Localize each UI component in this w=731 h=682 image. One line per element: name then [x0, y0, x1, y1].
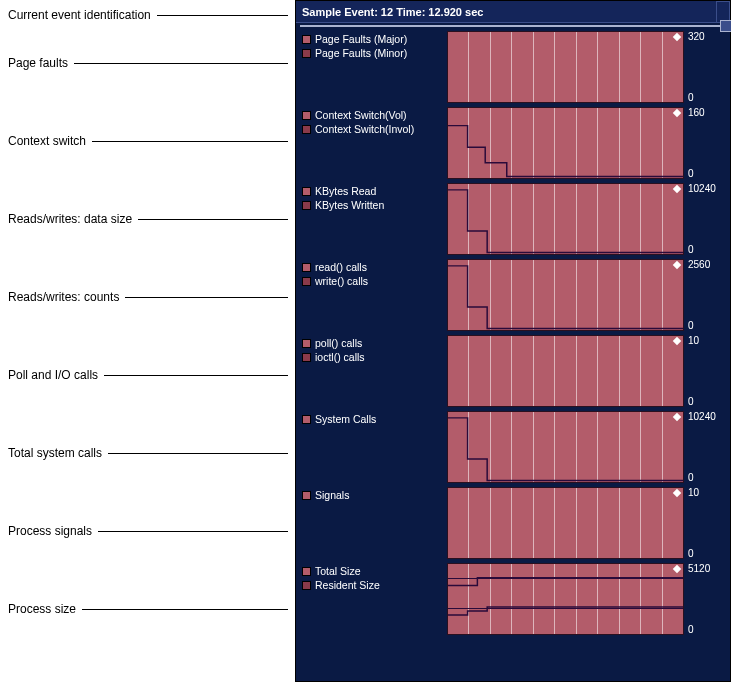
annotation-label: Page faults [8, 56, 288, 70]
y-scale: 25600 [684, 259, 724, 331]
chart-row: System Calls102400 [302, 411, 724, 483]
legend-item[interactable]: Total Size [302, 565, 447, 577]
y-scale: 3200 [684, 31, 724, 103]
legend-text: Context Switch(Invol) [315, 123, 414, 135]
legend-swatch-icon [302, 201, 311, 210]
legend: Total SizeResident Size [302, 563, 447, 635]
legend-item[interactable]: Context Switch(Vol) [302, 109, 447, 121]
legend-swatch-icon [302, 567, 311, 576]
y-min: 0 [688, 624, 724, 635]
legend-text: KBytes Read [315, 185, 376, 197]
legend-swatch-icon [302, 263, 311, 272]
legend-text: Page Faults (Major) [315, 33, 407, 45]
legend-item[interactable]: write() calls [302, 275, 447, 287]
chart-plot[interactable] [447, 487, 684, 559]
legend-text: read() calls [315, 261, 367, 273]
legend-swatch-icon [302, 491, 311, 500]
legend-text: ioctl() calls [315, 351, 365, 363]
chart-plot[interactable] [447, 183, 684, 255]
annotation-label: Process size [8, 602, 288, 616]
chart-row: Page Faults (Major)Page Faults (Minor)32… [302, 31, 724, 103]
chart-row: read() callswrite() calls25600 [302, 259, 724, 331]
legend-text: Resident Size [315, 579, 380, 591]
legend: KBytes ReadKBytes Written [302, 183, 447, 255]
annotation-label: Process signals [8, 524, 288, 538]
legend-item[interactable]: read() calls [302, 261, 447, 273]
legend-text: System Calls [315, 413, 376, 425]
y-min: 0 [688, 92, 724, 103]
chart-plot[interactable] [447, 259, 684, 331]
legend-swatch-icon [302, 277, 311, 286]
y-max: 2560 [688, 259, 724, 270]
y-max: 5120 [688, 563, 724, 574]
chart-plot[interactable] [447, 411, 684, 483]
legend-swatch-icon [302, 581, 311, 590]
legend-swatch-icon [302, 111, 311, 120]
legend-swatch-icon [302, 49, 311, 58]
chart-plot[interactable] [447, 563, 684, 635]
y-max: 160 [688, 107, 724, 118]
y-scale: 102400 [684, 183, 724, 255]
legend-text: Page Faults (Minor) [315, 47, 407, 59]
chart-row: Signals100 [302, 487, 724, 559]
legend-item[interactable]: ioctl() calls [302, 351, 447, 363]
legend-swatch-icon [302, 35, 311, 44]
chart-plot[interactable] [447, 107, 684, 179]
current-event-label: Sample Event: 12 Time: 12.920 sec [302, 6, 483, 18]
y-scale: 51200 [684, 563, 724, 635]
chart-row: Total SizeResident Size51200 [302, 563, 724, 635]
legend-item[interactable]: poll() calls [302, 337, 447, 349]
y-max: 320 [688, 31, 724, 42]
legend: poll() callsioctl() calls [302, 335, 447, 407]
annotation-label: Reads/writes: counts [8, 290, 288, 304]
legend-text: KBytes Written [315, 199, 384, 211]
chart-row: Context Switch(Vol)Context Switch(Invol)… [302, 107, 724, 179]
legend: Page Faults (Major)Page Faults (Minor) [302, 31, 447, 103]
y-scale: 1600 [684, 107, 724, 179]
charts-area: Page Faults (Major)Page Faults (Minor)32… [296, 27, 730, 681]
y-min: 0 [688, 244, 724, 255]
legend-swatch-icon [302, 339, 311, 348]
annotation-label: Context switch [8, 134, 288, 148]
legend-swatch-icon [302, 125, 311, 134]
annotation-label: Current event identification [8, 8, 288, 22]
y-min: 0 [688, 396, 724, 407]
y-min: 0 [688, 320, 724, 331]
chart-row: poll() callsioctl() calls100 [302, 335, 724, 407]
legend: System Calls [302, 411, 447, 483]
annotation-column: Current event identificationPage faultsC… [0, 0, 295, 682]
legend-swatch-icon [302, 415, 311, 424]
usage-viewer-panel: Sample Event: 12 Time: 12.920 sec Page F… [295, 0, 731, 682]
chart-plot[interactable] [447, 31, 684, 103]
y-min: 0 [688, 548, 724, 559]
legend-text: Context Switch(Vol) [315, 109, 407, 121]
chart-row: KBytes ReadKBytes Written102400 [302, 183, 724, 255]
legend-item[interactable]: Page Faults (Minor) [302, 47, 447, 59]
legend-text: Total Size [315, 565, 361, 577]
timeline-handle-icon[interactable] [720, 20, 731, 32]
legend-item[interactable]: System Calls [302, 413, 447, 425]
annotation-label: Reads/writes: data size [8, 212, 288, 226]
legend: read() callswrite() calls [302, 259, 447, 331]
y-min: 0 [688, 168, 724, 179]
y-scale: 100 [684, 335, 724, 407]
legend-item[interactable]: Page Faults (Major) [302, 33, 447, 45]
y-scale: 100 [684, 487, 724, 559]
annotation-label: Total system calls [8, 446, 288, 460]
timeline-separator[interactable] [300, 25, 726, 27]
legend-text: poll() calls [315, 337, 362, 349]
y-scale: 102400 [684, 411, 724, 483]
legend-item[interactable]: Context Switch(Invol) [302, 123, 447, 135]
legend: Context Switch(Vol)Context Switch(Invol) [302, 107, 447, 179]
legend-swatch-icon [302, 353, 311, 362]
legend-item[interactable]: KBytes Read [302, 185, 447, 197]
chart-plot[interactable] [447, 335, 684, 407]
legend-item[interactable]: KBytes Written [302, 199, 447, 211]
annotation-label: Poll and I/O calls [8, 368, 288, 382]
legend-item[interactable]: Resident Size [302, 579, 447, 591]
y-max: 10 [688, 335, 724, 346]
legend: Signals [302, 487, 447, 559]
y-max: 10 [688, 487, 724, 498]
y-max: 10240 [688, 411, 724, 422]
legend-item[interactable]: Signals [302, 489, 447, 501]
